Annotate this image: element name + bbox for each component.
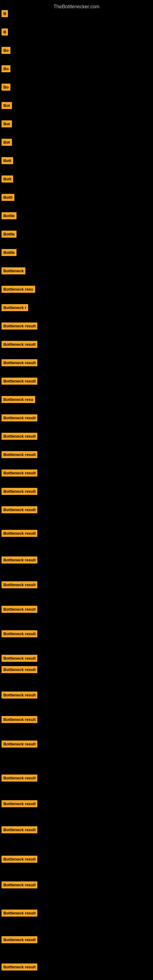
bottleneck-item: Bottleneck result <box>2 937 37 942</box>
bottleneck-label: Bottleneck result <box>2 469 37 477</box>
bottleneck-label: Bottleneck result <box>2 716 37 723</box>
bottleneck-item: Bottle <box>2 231 16 237</box>
bottleneck-label: Bottleneck result <box>2 414 37 422</box>
bottleneck-label: Bottleneck result <box>2 433 37 440</box>
bottleneck-label: Bottleneck result <box>2 666 37 673</box>
bottleneck-item: Bottleneck result <box>2 655 37 661</box>
bottleneck-item: Bottleneck result <box>2 470 37 476</box>
bottleneck-label: Bottleneck result <box>2 692 37 698</box>
bottleneck-label: Bottleneck result <box>2 826 37 833</box>
bottleneck-item: Bottleneck result <box>2 415 37 420</box>
bottleneck-label: Bo <box>2 47 10 54</box>
bottleneck-label: Bottleneck result <box>2 630 37 637</box>
bottleneck-label: Bottleneck result <box>2 740 37 748</box>
bottleneck-item: Bottleneck result <box>2 507 37 512</box>
bottleneck-label: Bottleneck result <box>2 606 37 613</box>
bottleneck-item: Bottleneck resu <box>2 396 35 402</box>
bottleneck-item: Bottleneck result <box>2 360 37 365</box>
bottleneck-label: Bottleneck result <box>2 936 37 943</box>
bottleneck-label: Bottleneck result <box>2 359 37 366</box>
bottleneck-label: Bottle <box>2 249 16 256</box>
bottleneck-label: Bottleneck result <box>2 341 37 348</box>
bottleneck-label: Bottleneck result <box>2 378 37 385</box>
bottleneck-label: B <box>2 29 8 35</box>
bottleneck-label: B <box>2 10 8 17</box>
bottleneck-item: Bottleneck result <box>2 910 37 916</box>
bottleneck-label: Bottleneck resu <box>2 396 35 403</box>
bottleneck-item: Bo <box>2 48 10 53</box>
bottleneck-item: Bot <box>2 121 12 126</box>
bottleneck-item: Bottleneck result <box>2 557 37 563</box>
bottleneck-item: Bottleneck result <box>2 488 37 494</box>
bottleneck-label: Bo <box>2 65 10 72</box>
bottleneck-label: Bo <box>2 84 10 91</box>
bottleneck-label: Bott <box>2 175 13 183</box>
bottleneck-item: Bottleneck result <box>2 378 37 384</box>
bottleneck-label: Bottleneck result <box>2 323 37 329</box>
bottleneck-item: Bott <box>2 158 13 163</box>
bottleneck-item: Bottleneck <box>2 268 26 274</box>
bottleneck-item: Bo <box>2 66 10 72</box>
bottleneck-item: Bottleneck result <box>2 692 37 698</box>
bottleneck-item: Bottleneck result <box>2 631 37 636</box>
bottleneck-label: Bottleneck result <box>2 775 37 781</box>
bottleneck-label: Bot <box>2 120 12 127</box>
bottleneck-item: Bottleneck result <box>2 717 37 722</box>
bottleneck-item: Bottleneck result <box>2 667 37 672</box>
bottleneck-item: Bottle <box>2 213 16 218</box>
bottleneck-item: Bottleneck result <box>2 433 37 439</box>
bottleneck-item: Bottleneck result <box>2 582 37 587</box>
bottleneck-label: Bottleneck result <box>2 881 37 888</box>
bottleneck-label: Bottleneck result <box>2 488 37 495</box>
bottleneck-label: Bottleneck r <box>2 304 28 311</box>
bottleneck-label: Bott <box>2 157 13 164</box>
bottleneck-item: Bottleneck result <box>2 964 37 970</box>
bottleneck-item: Bo <box>2 84 10 90</box>
bottleneck-item: Bottleneck result <box>2 827 37 832</box>
bottleneck-item: Bottleneck result <box>2 323 37 329</box>
bottleneck-item: Bottle <box>2 250 16 255</box>
bottleneck-item: Bottleneck result <box>2 801 37 807</box>
bottleneck-item: Bottleneck result <box>2 342 37 347</box>
bottleneck-item: Bot <box>2 103 12 108</box>
bottleneck-label: Bottleneck result <box>2 557 37 563</box>
bottleneck-label: Bottleneck result <box>2 530 37 537</box>
bottleneck-item: Bottl <box>2 194 14 200</box>
bottleneck-label: Bottleneck result <box>2 506 37 513</box>
bottleneck-item: Bottleneck result <box>2 530 37 536</box>
bottleneck-label: Bottleneck resu <box>2 286 35 293</box>
bottleneck-item: Bottleneck result <box>2 775 37 781</box>
bottleneck-item: Bottleneck result <box>2 452 37 457</box>
bottleneck-item: Bottleneck result <box>2 856 37 862</box>
bottleneck-item: Bottleneck result <box>2 882 37 888</box>
bottleneck-item: Bot <box>2 139 12 145</box>
bottleneck-label: Bottleneck result <box>2 910 37 916</box>
bottleneck-item: Bottleneck result <box>2 741 37 747</box>
bottleneck-item: B <box>2 29 8 35</box>
site-title: TheBottlenecker.com <box>0 2 153 12</box>
bottleneck-label: Bottleneck result <box>2 856 37 863</box>
bottleneck-label: Bot <box>2 139 12 146</box>
bottleneck-label: Bottleneck result <box>2 655 37 662</box>
bottleneck-item: Bottleneck resu <box>2 286 35 292</box>
bottleneck-label: Bottleneck result <box>2 800 37 807</box>
bottleneck-label: Bottleneck result <box>2 581 37 588</box>
bottleneck-label: Bottle <box>2 212 16 219</box>
bottleneck-label: Bottleneck result <box>2 964 37 970</box>
bottleneck-label: Bottleneck result <box>2 451 37 458</box>
bottleneck-item: B <box>2 11 8 16</box>
bottleneck-item: Bottleneck result <box>2 606 37 612</box>
bottleneck-label: Bottl <box>2 194 14 201</box>
bottleneck-label: Bot <box>2 102 12 109</box>
bottleneck-label: Bottle <box>2 231 16 238</box>
bottleneck-label: Bottleneck <box>2 267 26 274</box>
bottleneck-item: Bottleneck r <box>2 305 28 310</box>
bottleneck-item: Bott <box>2 176 13 181</box>
